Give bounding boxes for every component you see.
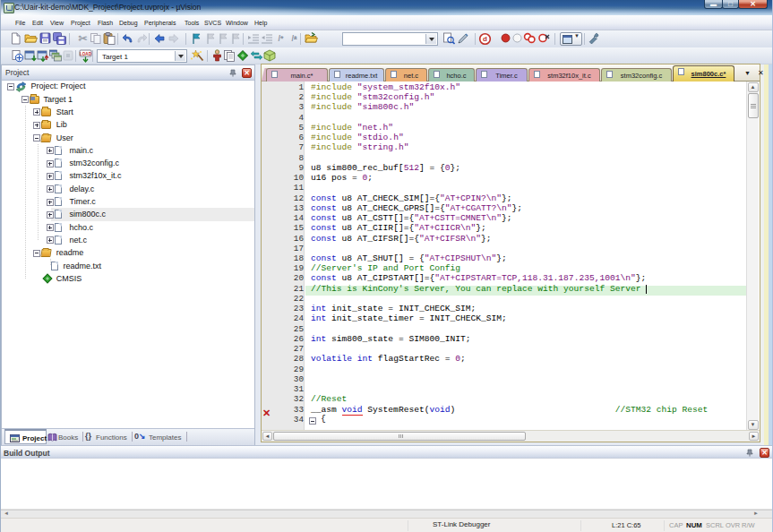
svg-text:d: d bbox=[483, 35, 487, 43]
svg-text:LOAD: LOAD bbox=[80, 52, 92, 56]
